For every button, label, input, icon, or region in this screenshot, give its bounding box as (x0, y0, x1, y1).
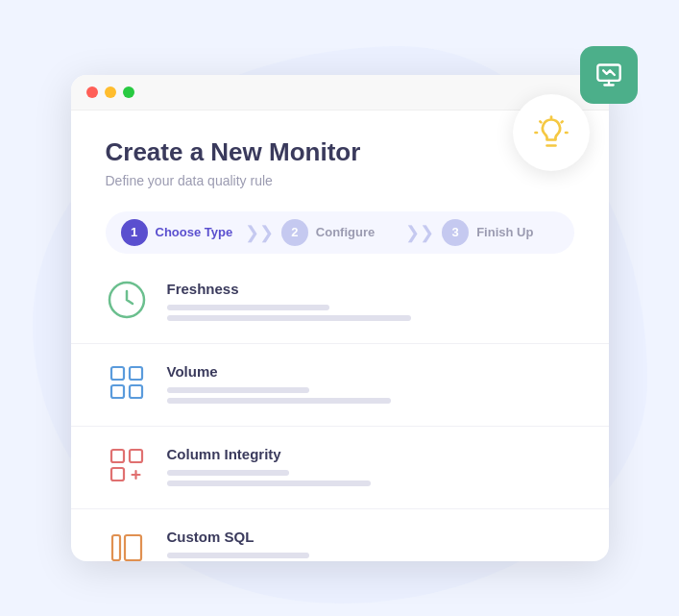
svg-rect-11 (111, 450, 124, 462)
column-icon-wrap (106, 444, 148, 486)
step-1-label: Choose Type (156, 225, 233, 239)
page-title: Create a New Monitor (106, 137, 574, 167)
svg-rect-17 (125, 535, 141, 560)
svg-rect-7 (111, 367, 124, 380)
column-skeleton-2 (167, 480, 371, 486)
sql-name: Custom SQL (167, 529, 574, 545)
svg-rect-8 (130, 367, 142, 380)
stepper: 1 Choose Type ❯❯ 2 Configure ❯❯ 3 Finis (106, 211, 574, 254)
step-2[interactable]: 2 Configure (281, 219, 398, 246)
dot-green (123, 86, 134, 98)
outer-container: Create a New Monitor Define your data qu… (71, 75, 609, 561)
top-badge (580, 46, 638, 104)
monitor-item-freshness[interactable]: Freshness (71, 261, 609, 344)
freshness-name: Freshness (167, 281, 574, 297)
sql-icon (108, 529, 146, 561)
column-name: Column Integrity (167, 446, 574, 462)
lightbulb-badge (513, 94, 590, 171)
volume-name: Volume (167, 363, 574, 380)
freshness-skeleton-2 (167, 315, 411, 321)
dot-red (86, 86, 98, 98)
volume-skeleton-2 (167, 398, 391, 404)
step-3-circle: 3 (442, 219, 469, 246)
volume-skeleton-1 (167, 387, 309, 393)
sql-skeleton-1 (167, 553, 309, 558)
svg-rect-16 (112, 535, 120, 560)
svg-rect-13 (111, 468, 124, 480)
grid-icon (108, 363, 146, 402)
arrow-2: ❯❯ (405, 222, 434, 243)
dot-yellow (105, 86, 116, 98)
svg-line-4 (561, 121, 562, 122)
svg-rect-10 (130, 385, 142, 398)
freshness-skeleton-1 (167, 305, 330, 310)
step-2-circle: 2 (281, 219, 308, 246)
svg-line-2 (540, 121, 541, 122)
svg-rect-9 (111, 385, 124, 398)
column-icon (108, 446, 146, 484)
svg-rect-12 (130, 450, 142, 462)
freshness-icon-wrap (106, 279, 148, 321)
step-3-label: Finish Up (476, 225, 533, 239)
step-1[interactable]: 1 Choose Type (121, 219, 237, 246)
page-subtitle: Define your data quality rule (106, 173, 574, 188)
column-skeleton-1 (167, 470, 289, 476)
volume-icon-wrap (106, 361, 148, 404)
step-1-circle: 1 (121, 219, 148, 246)
step-2-label: Configure (316, 225, 375, 239)
step-3[interactable]: 3 Finish Up (442, 219, 558, 246)
monitor-item-volume[interactable]: Volume (71, 344, 609, 427)
monitor-item-sql[interactable]: Custom SQL (71, 509, 609, 561)
monitor-list: Freshness Volume (71, 254, 609, 561)
volume-text: Volume (167, 361, 574, 408)
clock-icon (107, 280, 147, 320)
sql-icon-wrap (106, 527, 148, 561)
freshness-text: Freshness (167, 279, 574, 326)
monitor-item-column[interactable]: Column Integrity (71, 427, 609, 509)
sql-text: Custom SQL (167, 527, 574, 561)
column-text: Column Integrity (167, 444, 574, 491)
arrow-1: ❯❯ (245, 222, 274, 243)
